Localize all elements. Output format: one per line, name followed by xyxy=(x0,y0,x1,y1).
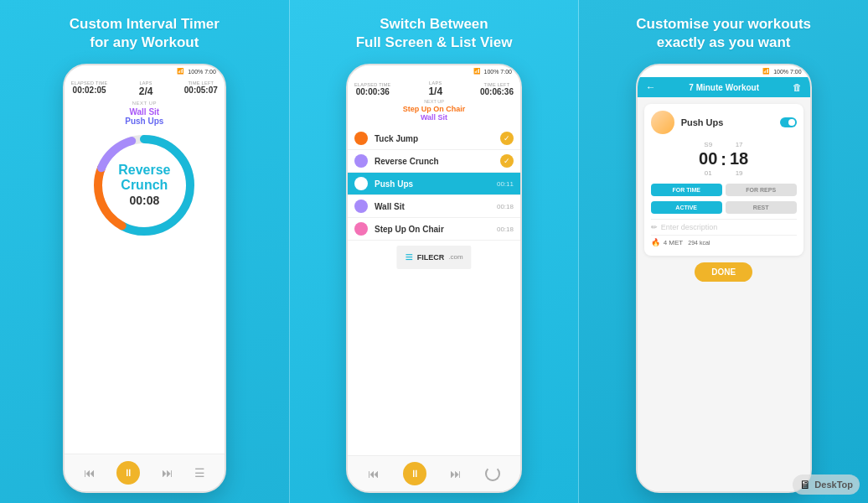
watermark-text: DeskTop xyxy=(814,480,853,490)
time-col-2: 17 18 19 xyxy=(730,141,748,177)
next-up-label-1: NEXT UP xyxy=(71,101,218,106)
flame-icon: 🔥 xyxy=(651,238,660,246)
met-text: 4 MET 294 kcal xyxy=(664,239,710,246)
check-icon: ✓ xyxy=(500,132,514,145)
list-icon[interactable]: ☰ xyxy=(194,466,205,480)
back-arrow-icon[interactable]: ← xyxy=(646,81,656,93)
phone-1: 📶 100% 7:00 ELAPSED TIME 00:02:05 LAPS 2… xyxy=(63,64,226,493)
p2-laps: LAPS 1/4 xyxy=(428,80,442,97)
next-ex-2: Push Ups xyxy=(71,117,218,126)
circle-center: ReverseCrunch 00:08 xyxy=(118,163,170,208)
filecr-watermark: ≡ FILECR .com xyxy=(396,246,471,269)
list-item: Step Up On Chair 00:18 xyxy=(348,218,520,241)
status-bar-1: 📶 100% 7:00 xyxy=(65,65,225,77)
list-item-name: Tuck Jump xyxy=(375,134,493,143)
exercise-card-header: Push Ups xyxy=(651,111,797,134)
panel-3-title: Customise your workouts exactly as you w… xyxy=(636,15,811,52)
p2-next-icon[interactable]: ⏭ xyxy=(450,467,462,480)
desc-row: ✏ Enter description xyxy=(651,219,797,235)
p2-time-left: TIME LEFT 00:06:36 xyxy=(480,82,514,96)
panel-1: Custom Interval Timer for any Workout 📶 … xyxy=(0,0,289,503)
p2-prev-icon[interactable]: ⏮ xyxy=(368,467,380,480)
status-bar-2: 📶 100% 7:00 xyxy=(348,65,520,77)
exercise-card: Push Ups S9 00 01 : 17 18 19 xyxy=(644,104,803,256)
met-row: 🔥 4 MET 294 kcal xyxy=(651,235,797,249)
list-dot xyxy=(354,222,368,236)
phone1-controls: ⏮ ⏸ ⏭ ☰ xyxy=(65,454,225,491)
p2-pause-button[interactable]: ⏸ xyxy=(403,462,426,485)
list-item-name: Reverse Crunch xyxy=(375,157,493,166)
desktop-icon: 🖥 xyxy=(799,478,811,491)
next-exercises-1: Wall Sit Push Ups xyxy=(71,107,218,126)
list-item-time: 00:18 xyxy=(497,226,514,233)
phone-2: 📶 100% 7:00 ELAPSED TIME 00:00:36 LAPS 1… xyxy=(346,64,522,493)
desc-placeholder[interactable]: Enter description xyxy=(661,223,718,231)
time-separator: : xyxy=(721,150,726,169)
time-buttons: FOR TIME FOR REPS xyxy=(651,184,797,196)
p2-next-exercises: Step Up On Chair Wall Sit xyxy=(354,105,514,122)
list-item-name: Push Ups xyxy=(375,179,490,189)
phone1-content: ELAPSED TIME 00:02:05 LAPS 2/4 TIME LEFT… xyxy=(65,77,225,454)
timer-display-1: 00:08 xyxy=(118,194,170,208)
circle-timer: ReverseCrunch 00:08 xyxy=(90,131,199,240)
p2-next-1: Step Up On Chair xyxy=(354,105,514,113)
next-icon[interactable]: ⏭ xyxy=(162,466,173,480)
trash-icon[interactable]: 🗑 xyxy=(793,82,802,92)
exercise-avatar xyxy=(651,111,674,134)
for-time-button[interactable]: FOR TIME xyxy=(651,184,722,196)
check-icon: ✓ xyxy=(500,154,514,168)
panel-2: Switch Between Full Screen & List View 📶… xyxy=(289,0,580,503)
p2-next-2: Wall Sit xyxy=(354,113,514,122)
list-item-active: Push Ups 00:11 xyxy=(348,173,520,195)
exercise-name-1: ReverseCrunch xyxy=(118,163,170,193)
time-left-stat: TIME LEFT 00:05:07 xyxy=(184,80,218,97)
active-button[interactable]: ACTIVE xyxy=(651,201,722,214)
time-col-1: S9 00 01 xyxy=(699,141,717,177)
time-picker: S9 00 01 : 17 18 19 xyxy=(651,141,797,177)
exercise-card-name: Push Ups xyxy=(681,117,773,127)
phone2-header: ELAPSED TIME 00:00:36 LAPS 1/4 TIME LEFT… xyxy=(348,77,520,127)
phone3-header-title: 7 Minute Workout xyxy=(663,83,786,92)
p2-next-label: NEXT UP xyxy=(354,99,514,104)
edit-icon: ✏ xyxy=(651,223,658,231)
rest-button[interactable]: REST xyxy=(726,201,797,214)
list-item-name: Step Up On Chair xyxy=(375,225,490,234)
panel-1-title: Custom Interval Timer for any Workout xyxy=(70,15,220,52)
active-rest-buttons: ACTIVE REST xyxy=(651,201,797,214)
list-items: Tuck Jump ✓ Reverse Crunch ✓ Push Ups 00… xyxy=(348,127,520,455)
phone-3: 📶 100% 7:00 ← 7 Minute Workout 🗑 Push Up… xyxy=(636,64,812,493)
filecr-domain: .com xyxy=(448,253,462,261)
list-dot xyxy=(354,132,368,145)
list-item: Reverse Crunch ✓ xyxy=(348,150,520,173)
for-reps-button[interactable]: FOR REPS xyxy=(726,184,797,196)
phone3-header: ← 7 Minute Workout 🗑 xyxy=(638,77,810,97)
elapsed-time-stat: ELAPSED TIME 00:02:05 xyxy=(71,80,108,97)
filecr-lines-icon: ≡ xyxy=(405,250,412,265)
laps-stat: LAPS 2/4 xyxy=(139,80,153,97)
phone3-content: Push Ups S9 00 01 : 17 18 19 xyxy=(638,97,810,491)
list-item-time: 00:11 xyxy=(497,180,514,188)
next-ex-1: Wall Sit xyxy=(71,107,218,117)
prev-icon[interactable]: ⏮ xyxy=(84,466,96,480)
desktop-watermark: 🖥 DeskTop xyxy=(793,474,860,495)
refresh-icon[interactable] xyxy=(485,466,500,481)
list-dot xyxy=(354,154,368,168)
pause-button[interactable]: ⏸ xyxy=(116,461,140,485)
panel-2-title: Switch Between Full Screen & List View xyxy=(356,15,513,52)
list-dot xyxy=(354,200,368,213)
filecr-text: FILECR xyxy=(417,253,445,262)
status-bar-3: 📶 100% 7:00 xyxy=(638,65,810,77)
list-item: Tuck Jump ✓ xyxy=(348,127,520,150)
list-item-name: Wall Sit xyxy=(375,202,490,211)
done-container: DONE xyxy=(638,262,810,288)
toggle-switch[interactable] xyxy=(780,117,797,127)
timer-stats-1: ELAPSED TIME 00:02:05 LAPS 2/4 TIME LEFT… xyxy=(71,80,218,97)
list-item: Wall Sit 00:18 xyxy=(348,195,520,218)
list-item-time: 00:18 xyxy=(497,203,514,210)
done-button[interactable]: DONE xyxy=(695,262,752,282)
panel-3: Customise your workouts exactly as you w… xyxy=(579,0,868,503)
list-dot xyxy=(354,177,368,190)
p2-elapsed: ELAPSED TIME 00:00:36 xyxy=(354,82,391,96)
phone2-timer-row: ELAPSED TIME 00:00:36 LAPS 1/4 TIME LEFT… xyxy=(354,80,514,97)
phone2-controls: ⏮ ⏸ ⏭ xyxy=(348,455,520,491)
